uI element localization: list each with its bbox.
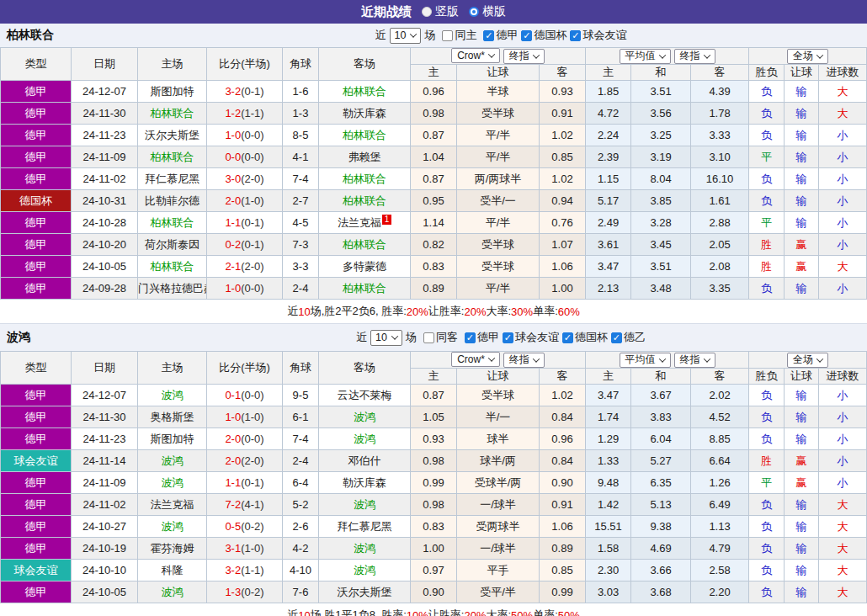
- handicap-result: 输: [785, 560, 819, 581]
- odds-source-select[interactable]: Crow*: [451, 352, 500, 367]
- same-venue-filter[interactable]: 同主: [442, 28, 476, 43]
- odds-away: 0.96: [540, 428, 586, 450]
- league-filter-checkbox[interactable]: ✓德国杯: [562, 330, 608, 345]
- score-cell: 7-2(4-1): [207, 494, 283, 516]
- avg-draw: 3.67: [631, 385, 691, 406]
- corner-count: 9-5: [283, 385, 319, 406]
- odds-home: 0.87: [411, 385, 457, 406]
- odds-away: 0.84: [540, 406, 586, 428]
- home-team: 柏林联合: [138, 256, 207, 278]
- odds-away: 1.02: [540, 168, 586, 190]
- handicap: 一/球半: [457, 494, 540, 516]
- summary-text: 大率:: [486, 304, 511, 319]
- table-row: 德甲 24-10-19 霍芬海姆 3-1(1-0) 4-2 波鸿 1.00 一/…: [1, 538, 867, 560]
- avg-group-header: 平均值终指: [586, 352, 749, 369]
- away-team: 波鸿: [319, 428, 411, 450]
- league-filter-checkbox[interactable]: ✓德国杯: [521, 28, 566, 43]
- goals-result: 小: [819, 190, 867, 212]
- goals-result: 小: [819, 428, 867, 450]
- chevron-down-icon: [533, 51, 540, 58]
- handicap-result: 输: [785, 103, 819, 125]
- same-venue-filter[interactable]: 同客: [423, 330, 458, 345]
- avg-time-select[interactable]: 终指: [674, 49, 715, 64]
- score-cell: 1-0(1-0): [207, 406, 283, 428]
- fulltime-score: 1-0: [225, 129, 241, 141]
- odds-away: 0.76: [540, 212, 586, 234]
- avg-away: 6.64: [691, 450, 749, 472]
- summary-text: 50%: [558, 609, 580, 616]
- scope-select[interactable]: 全场: [787, 353, 828, 368]
- handicap-result: 赢: [785, 234, 819, 256]
- league-filter-checkbox[interactable]: ✓德乙: [611, 330, 646, 345]
- league-filter-checkbox[interactable]: ✓球会友谊: [503, 330, 559, 345]
- odds-time-select[interactable]: 终指: [503, 353, 545, 368]
- checkbox-checked-icon: ✓: [521, 30, 532, 41]
- avg-draw: 3.85: [631, 190, 691, 212]
- avg-home: 2.39: [586, 146, 631, 168]
- home-team: 沃尔夫斯堡: [138, 125, 207, 146]
- table-row: 德甲 24-10-27 波鸿 0-5(0-2) 2-6 拜仁慕尼黑 0.83 受…: [1, 516, 867, 538]
- goals-result: 小: [819, 146, 867, 168]
- odds-time-select[interactable]: 终指: [503, 49, 545, 64]
- halftime-score: (0-0): [241, 151, 263, 163]
- col-handicap: 让球: [457, 65, 540, 81]
- goals-result: 小: [819, 212, 867, 234]
- away-team: 柏林联合: [319, 125, 411, 146]
- avg-away: 4.39: [691, 81, 749, 103]
- table-row: 德甲 24-11-02 拜仁慕尼黑 3-0(2-0) 7-4 柏林联合 0.87…: [1, 168, 867, 190]
- away-team: 多特蒙德: [319, 256, 411, 278]
- odds-home: 0.93: [411, 428, 457, 450]
- table-row: 德甲 24-12-07 斯图加特 3-2(0-1) 1-6 柏林联合 0.96 …: [1, 81, 867, 103]
- table-row: 德甲 24-10-28 柏林联合 1-1(0-1) 4-5 法兰克福1 1.14…: [1, 212, 867, 234]
- halftime-score: (2-0): [241, 173, 263, 185]
- col-odds-home: 主: [411, 369, 457, 385]
- summary-text: 20%: [464, 609, 486, 616]
- title-bar: 近期战绩 竖版 横版: [0, 0, 867, 24]
- col-winlose: 胜负: [749, 65, 785, 81]
- odds-away: 1.06: [540, 516, 586, 538]
- goals-result: 小: [819, 472, 867, 494]
- rank-badge: 1: [382, 215, 391, 225]
- near-label: 近: [375, 28, 386, 43]
- home-team: 柏林联合: [138, 146, 207, 168]
- avg-home: 3.47: [586, 256, 631, 278]
- avg-away: 4.52: [691, 406, 749, 428]
- recent-count-select[interactable]: 10: [370, 330, 402, 346]
- match-date: 24-11-14: [72, 450, 138, 472]
- winlose-result: 负: [749, 581, 785, 603]
- avg-draw: 3.68: [631, 581, 691, 603]
- handicap: 受半球: [457, 385, 540, 406]
- scope-select[interactable]: 全场: [787, 49, 828, 64]
- recent-results-page: 近期战绩 竖版 横版 柏林联合 近 10 场 同主 ✓德甲✓德国杯✓球会友谊: [0, 0, 867, 616]
- odds-source-select[interactable]: Crow*: [451, 48, 500, 63]
- goals-result: 大: [819, 103, 867, 125]
- odds-home: 0.87: [411, 125, 457, 146]
- col-away: 客场: [319, 48, 411, 81]
- odds-home: 1.05: [411, 406, 457, 428]
- handicap: 受半球: [457, 103, 540, 125]
- summary-text: 30%: [511, 305, 533, 318]
- league-filter-checkbox[interactable]: ✓德甲: [483, 28, 518, 43]
- table-row: 德甲 24-11-09 波鸿 1-1(0-1) 6-4 勒沃库森 0.99 受球…: [1, 472, 867, 494]
- layout-vertical-radio[interactable]: 竖版: [422, 4, 459, 19]
- league-type-badge: 德甲: [1, 278, 72, 300]
- league-filter-checkbox[interactable]: ✓球会友谊: [570, 28, 626, 43]
- avg-select[interactable]: 平均值: [620, 49, 671, 64]
- avg-draw: 4.69: [631, 538, 691, 560]
- winlose-result: 胜: [749, 450, 785, 472]
- table-row: 德甲 24-10-20 荷尔斯泰因 0-2(0-1) 7-3 柏林联合 0.82…: [1, 234, 867, 256]
- recent-count-select[interactable]: 10: [390, 28, 422, 44]
- avg-home: 3.61: [586, 234, 631, 256]
- summary-text: 单率:: [533, 608, 558, 616]
- col-goals: 进球数: [819, 369, 867, 385]
- avg-select[interactable]: 平均值: [620, 353, 671, 368]
- league-type-badge: 德甲: [1, 472, 72, 494]
- handicap: 受平/半: [457, 581, 540, 603]
- col-score: 比分(半场): [207, 48, 283, 81]
- league-filter-checkbox[interactable]: ✓德甲: [465, 330, 499, 345]
- chevron-down-icon: [391, 332, 398, 339]
- avg-time-select[interactable]: 终指: [674, 353, 715, 368]
- league-label: 球会友谊: [582, 28, 626, 43]
- layout-horizontal-radio[interactable]: 横版: [469, 4, 506, 19]
- table-row: 球会友谊 24-11-14 波鸿 2-0(2-0) 2-4 邓伯什 0.98 球…: [1, 450, 867, 472]
